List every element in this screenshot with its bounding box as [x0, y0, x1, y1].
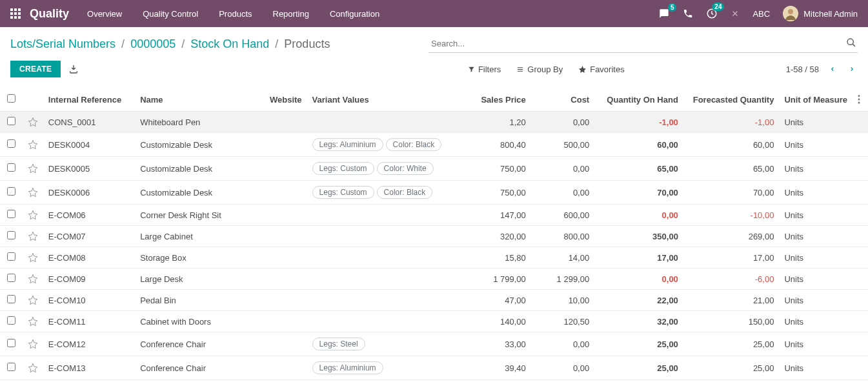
close-icon[interactable] — [731, 9, 740, 18]
cell-cost: 120,50 — [531, 311, 594, 332]
user-menu[interactable]: Mitchell Admin — [783, 6, 858, 21]
cell-qoh: 0,00 — [594, 205, 683, 226]
col-qty-on-hand[interactable]: Quantity On Hand — [594, 88, 683, 112]
star-icon[interactable] — [28, 339, 38, 349]
cell-price: 39,40 — [449, 356, 530, 380]
cell-website — [265, 332, 307, 356]
table-row[interactable]: DESK0006 Customizable Desk Legs: CustomC… — [0, 181, 868, 205]
row-checkbox[interactable] — [7, 210, 15, 218]
create-button[interactable]: CREATE — [10, 61, 61, 77]
cell-qoh: 65,00 — [594, 157, 683, 181]
table-row[interactable]: E-COM06 Corner Desk Right Sit 147,00 600… — [0, 205, 868, 226]
company-switcher[interactable]: ABC — [752, 9, 770, 19]
groupby-button[interactable]: Group By — [516, 65, 563, 74]
row-checkbox[interactable] — [7, 274, 15, 282]
star-icon[interactable] — [28, 163, 38, 174]
col-cost[interactable]: Cost — [531, 88, 594, 112]
cell-name: Large Desk — [135, 268, 265, 290]
search-input[interactable] — [429, 35, 858, 52]
cell-name: Cabinet with Doors — [135, 311, 265, 332]
phone-icon[interactable] — [683, 8, 693, 19]
row-checkbox[interactable] — [7, 252, 15, 261]
filters-button[interactable]: Filters — [468, 65, 501, 74]
table-row[interactable]: DESK0005 Customizable Desk Legs: CustomC… — [0, 157, 868, 181]
cell-ref: DESK0005 — [43, 157, 135, 181]
select-all-checkbox[interactable] — [7, 94, 15, 103]
row-checkbox[interactable] — [7, 295, 15, 303]
table-row[interactable]: E-COM10 Pedal Bin 47,00 10,00 22,00 21,0… — [0, 290, 868, 311]
svg-point-4 — [858, 95, 860, 97]
col-variant-values[interactable]: Variant Values — [307, 88, 450, 112]
breadcrumb-lot-number[interactable]: 0000005 — [130, 37, 176, 50]
col-forecasted-qty[interactable]: Forecasted Quantity — [683, 88, 780, 112]
star-icon[interactable] — [28, 117, 38, 127]
menu-quality-control[interactable]: Quality Control — [143, 9, 198, 19]
pager-prev[interactable] — [827, 65, 838, 74]
cell-qoh: 350,00 — [594, 226, 683, 247]
star-icon[interactable] — [28, 363, 38, 373]
row-checkbox[interactable] — [7, 316, 15, 325]
search-icon[interactable] — [846, 37, 856, 48]
row-checkbox[interactable] — [7, 187, 15, 196]
breadcrumb-lots[interactable]: Lots/Serial Numbers — [10, 37, 116, 50]
col-uom[interactable]: Unit of Measure — [779, 88, 853, 112]
col-internal-reference[interactable]: Internal Reference — [43, 88, 135, 112]
messages-icon[interactable]: 5 — [658, 8, 670, 19]
row-checkbox[interactable] — [7, 117, 15, 125]
cell-qoh: 17,00 — [594, 247, 683, 268]
table-row[interactable]: CONS_0001 Whiteboard Pen 1,20 0,00 -1,00… — [0, 112, 868, 133]
table-row[interactable]: E-COM07 Large Cabinet 320,00 800,00 350,… — [0, 226, 868, 247]
star-icon[interactable] — [28, 231, 38, 241]
pager-next[interactable] — [846, 65, 858, 74]
cell-forecast: 269,00 — [683, 226, 780, 247]
col-sales-price[interactable]: Sales Price — [449, 88, 530, 112]
star-icon[interactable] — [28, 274, 38, 284]
cell-cost: 800,00 — [531, 226, 594, 247]
table-row[interactable]: E-COM13 Conference Chair Legs: Aluminium… — [0, 356, 868, 380]
cell-website — [265, 181, 307, 205]
menu-configuration[interactable]: Configuration — [330, 9, 379, 19]
apps-icon[interactable] — [10, 8, 21, 19]
row-checkbox[interactable] — [7, 163, 15, 172]
favorites-button[interactable]: Favorites — [578, 65, 624, 74]
row-checkbox[interactable] — [7, 139, 15, 148]
row-checkbox[interactable] — [7, 339, 15, 347]
star-icon[interactable] — [28, 295, 38, 305]
cell-ref: DESK0006 — [43, 181, 135, 205]
activities-icon[interactable]: 24 — [706, 8, 718, 19]
cell-website — [265, 133, 307, 157]
star-icon[interactable] — [28, 187, 38, 197]
menu-reporting[interactable]: Reporting — [273, 9, 309, 19]
table-row[interactable]: E-COM98 Customized Cabinet (Metric) 210,… — [0, 380, 868, 385]
cell-price: 750,00 — [449, 157, 530, 181]
breadcrumb-stock[interactable]: Stock On Hand — [190, 37, 269, 50]
menu-overview[interactable]: Overview — [87, 9, 122, 19]
optional-columns-button[interactable] — [853, 88, 868, 112]
table-row[interactable]: E-COM12 Conference Chair Legs: Steel 33,… — [0, 332, 868, 356]
star-icon[interactable] — [28, 210, 38, 220]
cell-variants — [307, 247, 450, 268]
star-icon[interactable] — [28, 139, 38, 150]
table-row[interactable]: E-COM11 Cabinet with Doors 140,00 120,50… — [0, 311, 868, 332]
table-row[interactable]: DESK0004 Customizable Desk Legs: Alumini… — [0, 133, 868, 157]
cell-qoh: 0,00 — [594, 380, 683, 385]
row-checkbox[interactable] — [7, 363, 15, 371]
star-icon[interactable] — [28, 316, 38, 327]
cell-price: 1,20 — [449, 112, 530, 133]
table-row[interactable]: E-COM08 Storage Box 15,80 14,00 17,00 17… — [0, 247, 868, 268]
cell-qoh: 32,00 — [594, 311, 683, 332]
col-website[interactable]: Website — [265, 88, 307, 112]
menu-products[interactable]: Products — [219, 9, 252, 19]
row-checkbox[interactable] — [7, 231, 15, 239]
pager: 1-58 / 58 — [786, 65, 858, 74]
col-name[interactable]: Name — [135, 88, 265, 112]
download-button[interactable] — [68, 64, 79, 74]
star-icon[interactable] — [28, 252, 38, 263]
cell-variants — [307, 311, 450, 332]
cell-website — [265, 380, 307, 385]
cell-cost: 500,00 — [531, 133, 594, 157]
cell-cost: 0,00 — [531, 332, 594, 356]
cell-qoh: 60,00 — [594, 133, 683, 157]
table-row[interactable]: E-COM09 Large Desk 1 799,00 1 299,00 0,0… — [0, 268, 868, 290]
cell-website — [265, 356, 307, 380]
